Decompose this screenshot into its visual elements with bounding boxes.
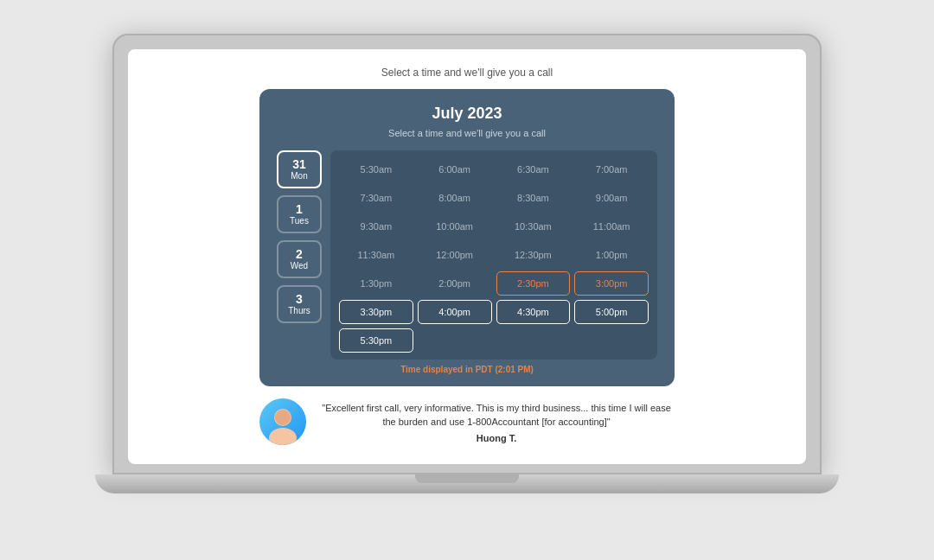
testimonial-quote: "Excellent first call, very informative.… bbox=[318, 401, 675, 430]
testimonial-section: "Excellent first call, very informative.… bbox=[259, 398, 675, 445]
screen-content: Select a time and we'll give you a call … bbox=[128, 49, 806, 464]
time-slot[interactable]: 9:30am bbox=[339, 214, 413, 239]
laptop-base bbox=[95, 474, 839, 493]
time-note: Time displayed in PDT (2:01 PM) bbox=[277, 365, 657, 374]
avatar bbox=[259, 398, 306, 445]
time-row-1: 7:30am8:00am8:30am9:00am bbox=[339, 186, 649, 210]
time-slot[interactable]: 6:00am bbox=[418, 157, 492, 181]
screen-bezel: Select a time and we'll give you a call … bbox=[112, 34, 822, 474]
day-btn-wed[interactable]: 2Wed bbox=[277, 240, 322, 278]
day-num: 1 bbox=[296, 202, 303, 217]
time-slot[interactable]: 1:30pm bbox=[339, 271, 413, 296]
laptop-container: Select a time and we'll give you a call … bbox=[95, 34, 839, 526]
time-slot[interactable]: 5:30am bbox=[339, 157, 413, 181]
time-row-3: 11:30am12:00pm12:30pm1:00pm bbox=[339, 243, 649, 267]
time-slot[interactable]: 11:30am bbox=[339, 243, 413, 267]
time-slot[interactable]: 6:30am bbox=[496, 157, 571, 181]
time-slot[interactable]: 8:30am bbox=[496, 186, 571, 210]
day-name: Tues bbox=[290, 216, 309, 226]
testimonial-author: Huong T. bbox=[318, 433, 675, 443]
calendar-title: July 2023 bbox=[277, 105, 657, 123]
page-header: Select a time and we'll give you a call bbox=[381, 67, 553, 79]
time-slot[interactable]: 10:30am bbox=[496, 214, 571, 239]
time-slot[interactable]: 4:30pm bbox=[496, 300, 571, 324]
time-slot[interactable]: 3:00pm bbox=[574, 271, 649, 296]
time-slot[interactable]: 12:00pm bbox=[418, 243, 492, 267]
testimonial-content: "Excellent first call, very informative.… bbox=[318, 401, 675, 443]
day-name: Wed bbox=[291, 261, 308, 271]
time-slot[interactable]: 5:00pm bbox=[574, 300, 649, 324]
day-btn-tues[interactable]: 1Tues bbox=[277, 195, 322, 233]
time-slot[interactable]: 7:00am bbox=[574, 157, 649, 181]
calendar-widget: July 2023 Select a time and we'll give y… bbox=[259, 89, 675, 386]
time-slot[interactable]: 9:00am bbox=[574, 186, 649, 210]
time-slot[interactable]: 4:00pm bbox=[418, 300, 492, 324]
day-btn-mon[interactable]: 31Mon bbox=[277, 150, 322, 188]
time-slot[interactable]: 2:00pm bbox=[418, 271, 492, 296]
time-slot[interactable]: 12:30pm bbox=[496, 243, 571, 267]
svg-point-2 bbox=[275, 410, 291, 425]
svg-point-1 bbox=[269, 428, 297, 445]
day-num: 3 bbox=[296, 292, 303, 307]
time-row-2: 9:30am10:00am10:30am11:00am bbox=[339, 214, 649, 239]
time-row-4: 1:30pm2:00pm2:30pm3:00pm bbox=[339, 271, 649, 296]
calendar-body: 31Mon1Tues2Wed3Thurs 5:30am6:00am6:30am7… bbox=[277, 150, 657, 360]
time-row-0: 5:30am6:00am6:30am7:00am bbox=[339, 157, 649, 181]
time-slot[interactable]: 10:00am bbox=[418, 214, 492, 239]
time-slot[interactable]: 7:30am bbox=[339, 186, 413, 210]
time-slot[interactable]: 1:00pm bbox=[574, 243, 649, 267]
time-slot[interactable]: 3:30pm bbox=[339, 300, 413, 324]
time-slot[interactable]: 2:30pm bbox=[496, 271, 571, 296]
day-btn-thurs[interactable]: 3Thurs bbox=[277, 285, 322, 323]
time-slot[interactable]: 5:30pm bbox=[339, 328, 413, 353]
day-num: 31 bbox=[292, 157, 306, 172]
time-grid: 5:30am6:00am6:30am7:00am7:30am8:00am8:30… bbox=[330, 150, 657, 360]
day-num: 2 bbox=[296, 247, 303, 262]
time-slot[interactable]: 8:00am bbox=[418, 186, 492, 210]
time-slot[interactable]: 11:00am bbox=[574, 214, 649, 239]
day-name: Mon bbox=[291, 171, 307, 181]
time-slot bbox=[574, 328, 649, 353]
day-name: Thurs bbox=[288, 306, 310, 316]
time-slot bbox=[418, 328, 492, 353]
time-row-6: 5:30pm bbox=[339, 328, 649, 353]
day-column: 31Mon1Tues2Wed3Thurs bbox=[277, 150, 322, 360]
time-row-5: 3:30pm4:00pm4:30pm5:00pm bbox=[339, 300, 649, 324]
calendar-subtitle: Select a time and we'll give you a call bbox=[277, 128, 657, 138]
time-slot bbox=[496, 328, 571, 353]
